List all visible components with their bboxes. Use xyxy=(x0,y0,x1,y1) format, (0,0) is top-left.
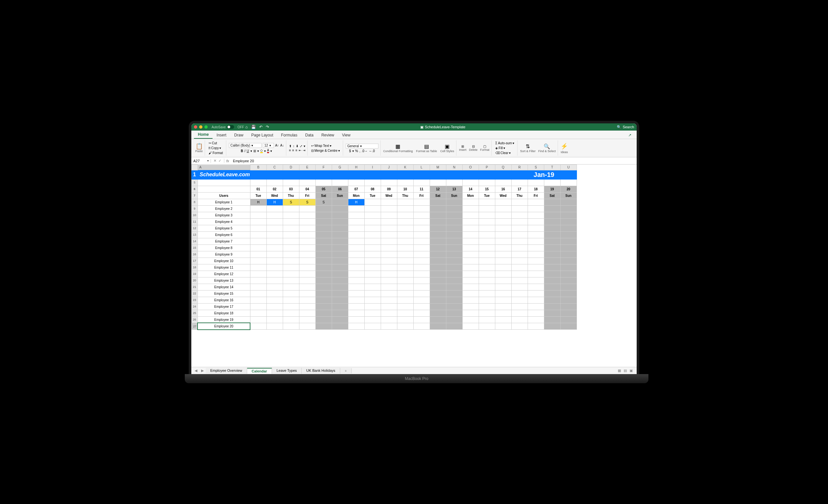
cell[interactable] xyxy=(479,225,495,232)
cell[interactable] xyxy=(283,238,299,245)
cell[interactable] xyxy=(299,238,316,245)
cell[interactable] xyxy=(332,316,348,323)
cell[interactable] xyxy=(430,277,446,284)
cell[interactable] xyxy=(266,284,283,290)
cell[interactable] xyxy=(397,199,413,205)
cell[interactable]: 11 xyxy=(413,186,430,192)
cell[interactable] xyxy=(332,284,348,290)
cell[interactable] xyxy=(381,310,397,316)
ideas-icon[interactable]: ⚡ xyxy=(561,143,568,150)
cell[interactable] xyxy=(364,270,381,277)
cell[interactable] xyxy=(495,297,511,303)
cell[interactable] xyxy=(560,323,577,330)
cell[interactable] xyxy=(381,316,397,323)
cell[interactable] xyxy=(381,264,397,270)
cell[interactable] xyxy=(430,238,446,245)
cell-styles-button[interactable]: Cell Styles xyxy=(441,150,454,153)
cell[interactable] xyxy=(283,316,299,323)
cell[interactable] xyxy=(299,258,316,264)
cell[interactable] xyxy=(430,290,446,297)
cell[interactable]: Employee 11 xyxy=(198,264,250,270)
cell[interactable] xyxy=(316,205,332,212)
cell[interactable] xyxy=(364,212,381,218)
wrap-text-button[interactable]: ↩Wrap Text ▾ xyxy=(310,143,332,148)
cell[interactable] xyxy=(446,290,462,297)
cell[interactable] xyxy=(528,199,544,205)
cell[interactable] xyxy=(413,297,430,303)
column-header[interactable]: P xyxy=(479,165,495,170)
cell[interactable] xyxy=(479,303,495,310)
cell[interactable] xyxy=(381,323,397,330)
align-center-icon[interactable]: ≡ xyxy=(292,149,294,152)
cell[interactable] xyxy=(332,270,348,277)
cell[interactable] xyxy=(250,284,266,290)
cell[interactable] xyxy=(528,290,544,297)
cell[interactable] xyxy=(397,270,413,277)
cell[interactable]: 08 xyxy=(364,186,381,192)
cell[interactable] xyxy=(511,264,528,270)
ribbon-tab-review[interactable]: Review xyxy=(317,132,338,139)
cell[interactable] xyxy=(544,323,560,330)
cell[interactable]: 02 xyxy=(266,186,283,192)
cell[interactable] xyxy=(299,277,316,284)
cell[interactable] xyxy=(316,218,332,225)
cell[interactable] xyxy=(299,284,316,290)
column-header[interactable]: D xyxy=(283,165,299,170)
column-header[interactable]: L xyxy=(413,165,430,170)
cell[interactable] xyxy=(348,284,364,290)
cell[interactable] xyxy=(446,258,462,264)
cell[interactable] xyxy=(462,310,479,316)
cell[interactable] xyxy=(299,290,316,297)
cell[interactable] xyxy=(528,225,544,232)
cell[interactable]: 16 xyxy=(495,186,511,192)
cell[interactable] xyxy=(511,199,528,205)
add-sheet-button[interactable]: + xyxy=(340,368,351,373)
cell[interactable] xyxy=(364,225,381,232)
cell[interactable] xyxy=(364,205,381,212)
cell[interactable] xyxy=(348,238,364,245)
cell[interactable] xyxy=(479,290,495,297)
cell[interactable] xyxy=(430,199,446,205)
cell[interactable] xyxy=(299,303,316,310)
copy-button[interactable]: ⎘Copy ▾ xyxy=(208,146,222,150)
chevron-down-icon[interactable]: ▾ xyxy=(207,159,209,162)
cell[interactable] xyxy=(381,225,397,232)
cell[interactable] xyxy=(560,316,577,323)
cell[interactable] xyxy=(397,284,413,290)
cell[interactable] xyxy=(511,297,528,303)
cell[interactable] xyxy=(316,316,332,323)
cell[interactable] xyxy=(430,245,446,251)
cell[interactable] xyxy=(283,170,511,179)
cell[interactable] xyxy=(397,258,413,264)
cell[interactable] xyxy=(299,297,316,303)
ribbon-tab-view[interactable]: View xyxy=(338,132,355,139)
cell[interactable] xyxy=(560,284,577,290)
column-header[interactable] xyxy=(192,165,198,170)
cell[interactable] xyxy=(397,303,413,310)
cell[interactable] xyxy=(397,179,413,186)
cell[interactable] xyxy=(446,284,462,290)
cell[interactable]: Employee 12 xyxy=(198,270,250,277)
row-header[interactable]: 7 xyxy=(192,192,198,199)
cell[interactable] xyxy=(364,290,381,297)
cell[interactable] xyxy=(528,205,544,212)
cell[interactable] xyxy=(495,238,511,245)
cell[interactable] xyxy=(413,290,430,297)
cell[interactable] xyxy=(430,218,446,225)
cell[interactable] xyxy=(560,270,577,277)
cell[interactable] xyxy=(397,251,413,258)
cell[interactable] xyxy=(544,238,560,245)
cell[interactable] xyxy=(430,323,446,330)
insert-cells-icon[interactable]: ⊞ xyxy=(459,144,466,148)
cell[interactable] xyxy=(266,323,283,330)
format-painter-button[interactable]: 🖌Format xyxy=(208,151,224,155)
cell[interactable] xyxy=(511,212,528,218)
cell[interactable] xyxy=(446,303,462,310)
cell[interactable] xyxy=(479,212,495,218)
cell[interactable] xyxy=(397,232,413,238)
cell[interactable] xyxy=(348,258,364,264)
cell[interactable] xyxy=(381,251,397,258)
cell[interactable] xyxy=(283,251,299,258)
cell[interactable] xyxy=(266,238,283,245)
cell[interactable] xyxy=(544,232,560,238)
